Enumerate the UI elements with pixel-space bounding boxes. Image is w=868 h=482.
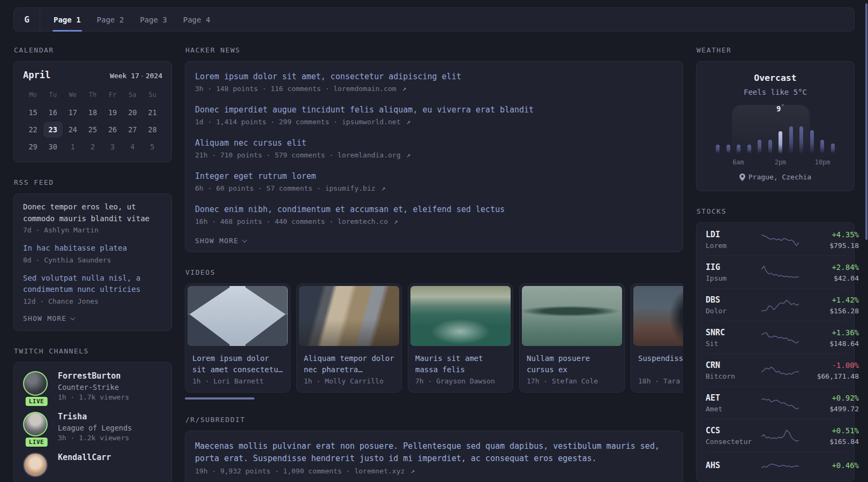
calendar-day[interactable]: 25 [83, 121, 102, 138]
calendar-day[interactable]: 4 [123, 138, 143, 155]
hacker-news-show-more-button[interactable]: SHOW MORE [195, 237, 673, 245]
stock-row[interactable]: AHS+0.46% [706, 451, 845, 480]
calendar-day[interactable]: 15 [23, 104, 43, 121]
video-carousel[interactable]: Lorem ipsum dolor sit amet consectetu…1h… [185, 283, 683, 393]
calendar-day[interactable]: 1 [63, 138, 83, 155]
weather-card: Overcast Feels like 5°C 9° 6am2pm10pm Pr… [696, 61, 855, 191]
hn-item-title[interactable]: Donec imperdiet augue tincidunt felis al… [195, 104, 673, 116]
tab-page-2[interactable]: Page 2 [89, 8, 132, 31]
twitch-channel-row[interactable]: LIVEForrestBurtonCounter-Strike1h · 1.7k… [23, 371, 162, 401]
calendar-day[interactable]: 2 [83, 138, 102, 155]
channel-name: KendallCarr [58, 453, 111, 462]
channel-info: ForrestBurtonCounter-Strike1h · 1.7k vie… [58, 371, 129, 401]
video-card[interactable]: Mauris sit amet massa felis7h · Grayson … [408, 283, 513, 393]
tab-page-1[interactable]: Page 1 [46, 8, 89, 31]
twitch-channel-row[interactable]: LIVETrishaLeague of Legends3h · 1.2k vie… [23, 412, 162, 442]
calendar-day[interactable]: 27 [123, 121, 143, 138]
stock-row[interactable]: AETAmet+0.92%$499.72 [706, 386, 845, 419]
subreddit-post-list: Maecenas mollis pulvinar erat non posuer… [195, 440, 673, 475]
calendar-day[interactable]: 29 [23, 138, 43, 155]
hn-item: Donec imperdiet augue tincidunt felis al… [195, 104, 673, 126]
calendar-day-number: 26 [103, 122, 122, 138]
calendar-day[interactable]: 3 [103, 138, 123, 155]
stock-sparkline [761, 428, 799, 444]
video-card[interactable]: Lorem ipsum dolor sit amet consectetu…1h… [185, 283, 290, 393]
video-title[interactable]: Aliquam tempor dolor nec pharetra… [297, 348, 401, 375]
rss-item-meta: 7d · Ashlyn Martin [23, 226, 162, 234]
hn-item-title[interactable]: Integer eget rutrum lorem [195, 170, 673, 182]
hn-item-title[interactable]: Aliquam nec cursus elit [195, 137, 673, 149]
video-card[interactable]: Suspendisse diam18h · Tara [631, 283, 683, 393]
hacker-news-widget: HACKER NEWS Lorem ipsum dolor sit amet, … [185, 46, 683, 252]
live-badge: LIVE [26, 438, 48, 447]
rss-show-more-button[interactable]: SHOW MORE [23, 314, 162, 322]
channel-meta: 1h · 1.7k viewers [58, 393, 129, 401]
video-title[interactable]: Lorem ipsum dolor sit amet consectetu… [185, 348, 290, 375]
calendar-day[interactable]: 22 [23, 121, 43, 138]
calendar-day-number: 18 [83, 104, 102, 120]
location-text: Prague, Czechia [749, 173, 811, 181]
calendar-day-number: 1 [63, 139, 83, 155]
stock-ticker: AHS [706, 461, 761, 470]
calendar-day[interactable]: 19 [103, 104, 123, 121]
tab-page-3[interactable]: Page 3 [132, 8, 175, 31]
stock-row[interactable]: CRNBitcorn-1.00%$66,171.48 [706, 353, 845, 386]
video-card[interactable]: Nullam posuere cursus ex17h · Stefan Col… [519, 283, 625, 393]
app-logo[interactable]: G [14, 8, 40, 31]
tab-page-4[interactable]: Page 4 [175, 8, 219, 31]
stock-row[interactable]: SNRCSit+1.36%$148.64 [706, 321, 845, 353]
stock-name: Bitcorn [706, 372, 761, 380]
calendar-day[interactable]: 17 [63, 104, 83, 121]
stock-price: $156.28 [799, 307, 859, 315]
rss-item-title[interactable]: Sed volutpat nulla nisl, a condimentum n… [23, 273, 162, 296]
rss-item-title[interactable]: Donec tempor eros leo, ut commodo mauris… [23, 201, 162, 224]
stock-change: +1.36% [799, 328, 859, 337]
stock-change: +0.46% [799, 461, 859, 470]
stock-values: +1.42%$156.28 [799, 296, 859, 315]
dashboard-grid: CALENDAR April Week 17·2024 MoTuWeThFrSa… [13, 46, 855, 482]
rss-item-title[interactable]: In hac habitasse platea [23, 243, 162, 254]
stock-id: DBSDolor [706, 295, 761, 315]
calendar-day[interactable]: 24 [63, 121, 83, 138]
carousel-progress-thumb[interactable] [185, 397, 255, 400]
channel-category: League of Legends [58, 424, 132, 432]
video-card[interactable]: Aliquam tempor dolor nec pharetra…1h · M… [296, 283, 402, 393]
stock-row[interactable]: DBSDolor+1.42%$156.28 [706, 288, 845, 321]
calendar-day[interactable]: 18 [83, 104, 102, 121]
page-scrollbar[interactable] [865, 3, 867, 240]
stock-row[interactable]: IIGIpsum+2.84%$42.04 [706, 255, 845, 288]
stock-id: LDILorem [706, 230, 761, 250]
hn-item-title[interactable]: Lorem ipsum dolor sit amet, consectetur … [195, 71, 673, 82]
calendar-day[interactable]: 20 [123, 104, 143, 121]
calendar-day[interactable]: 16 [43, 104, 63, 121]
time-axis-label: 6am [732, 159, 744, 166]
video-title[interactable]: Nullam posuere cursus ex [520, 348, 624, 375]
video-carousel-progress [185, 397, 683, 400]
twitch-widget: TWITCH CHANNELS LIVEForrestBurtonCounter… [13, 347, 172, 482]
chevron-down-icon [242, 237, 248, 243]
stock-sparkline [761, 395, 799, 411]
rss-item-meta: 12d · Chance Jones [23, 297, 162, 305]
calendar-day[interactable]: 26 [103, 121, 123, 138]
calendar-day[interactable]: 30 [43, 138, 63, 155]
calendar-day[interactable]: 21 [143, 104, 162, 121]
calendar-day[interactable]: 5 [143, 138, 162, 155]
video-title[interactable]: Mauris sit amet massa felis [408, 348, 513, 375]
rss-item-meta: 8d · Cynthia Saunders [23, 256, 162, 264]
stock-row[interactable]: CCSConsectetur+0.51%$165.84 [706, 419, 845, 451]
calendar-day[interactable]: 23 [43, 121, 63, 138]
stock-name: Consectetur [706, 438, 761, 446]
videos-widget: VIDEOS Lorem ipsum dolor sit amet consec… [185, 268, 683, 400]
calendar-day[interactable]: 28 [143, 121, 162, 138]
calendar-day-number: 28 [143, 122, 162, 138]
stock-row[interactable]: LDILorem+4.35%$795.18 [706, 223, 845, 255]
video-meta: 17h · Stefan Cole [520, 375, 624, 392]
video-title[interactable]: Suspendisse diam [631, 348, 683, 375]
calendar-day-number: 27 [123, 122, 142, 138]
stock-name: Sit [706, 340, 761, 348]
hn-item-title[interactable]: Donec enim nibh, condimentum et accumsan… [195, 204, 673, 215]
stock-change: +4.35% [799, 230, 859, 239]
twitch-channel-row[interactable]: KendallCarr [23, 453, 162, 477]
channel-name: ForrestBurton [58, 371, 129, 381]
subreddit-post-item-title[interactable]: Maecenas mollis pulvinar erat non posuer… [195, 440, 673, 464]
